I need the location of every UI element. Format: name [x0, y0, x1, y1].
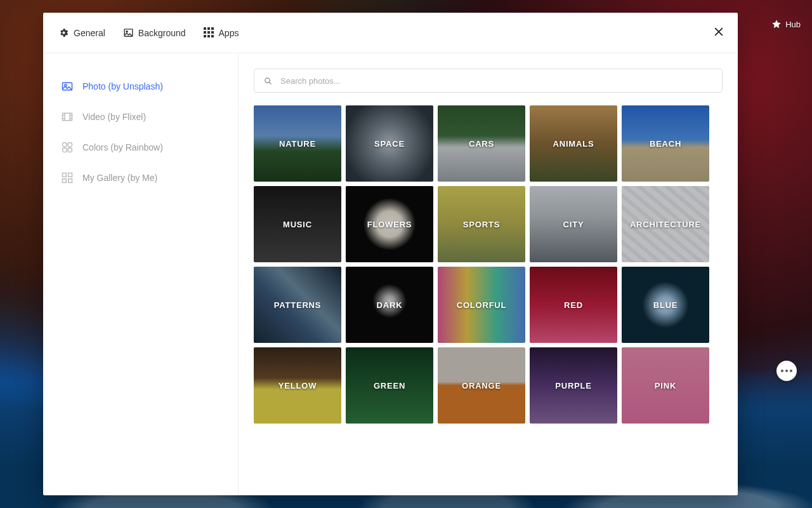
category-label: DARK: [377, 300, 403, 310]
tab-general[interactable]: General: [58, 27, 105, 38]
category-label: GREEN: [374, 381, 405, 391]
hub-label: Hub: [785, 20, 801, 29]
category-label: COLORFUL: [457, 300, 507, 310]
category-tile-city[interactable]: CITY: [530, 186, 617, 262]
category-tile-patterns[interactable]: PATTERNS: [254, 267, 341, 343]
search-field-wrapper[interactable]: [254, 69, 723, 93]
sidebar-item-video[interactable]: Video (by Flixel): [43, 102, 238, 132]
sidebar-item-colors[interactable]: Colors (by Rainbow): [43, 132, 238, 163]
category-tile-cars[interactable]: CARS: [438, 105, 525, 182]
category-tile-nature[interactable]: NATURE: [254, 105, 341, 182]
category-tile-orange[interactable]: ORANGE: [438, 347, 525, 424]
sidebar-item-label: My Gallery (by Me): [82, 173, 157, 183]
content-area: NATURESPACECARSANIMALSBEACHMUSICFLOWERSS…: [239, 53, 738, 495]
dots-icon: [781, 370, 783, 372]
modal-body: Photo (by Unsplash) Video (by Flixel) Co…: [43, 53, 738, 495]
svg-rect-4: [63, 113, 72, 121]
category-tile-pink[interactable]: PINK: [622, 347, 709, 424]
sidebar-item-label: Photo (by Unsplash): [82, 81, 163, 91]
category-tile-yellow[interactable]: YELLOW: [254, 347, 341, 424]
category-label: BEACH: [650, 139, 681, 149]
svg-rect-9: [63, 173, 67, 177]
category-label: NATURE: [279, 139, 316, 149]
category-label: CITY: [563, 220, 584, 229]
category-tile-red[interactable]: RED: [530, 267, 617, 343]
tab-bar: General Background Apps: [58, 27, 239, 38]
category-label: SPACE: [374, 139, 405, 149]
category-tile-green[interactable]: GREEN: [346, 347, 433, 424]
category-label: RED: [564, 300, 583, 310]
palette-icon: [61, 141, 74, 154]
svg-point-13: [265, 77, 270, 83]
star-icon: [771, 19, 782, 29]
tab-background[interactable]: Background: [123, 27, 186, 38]
category-label: SPORTS: [463, 220, 500, 229]
desktop-wallpaper: Hub General Background Apps: [0, 0, 812, 508]
category-tile-dark[interactable]: DARK: [346, 267, 433, 343]
category-grid: NATURESPACECARSANIMALSBEACHMUSICFLOWERSS…: [254, 105, 723, 424]
image-icon: [123, 27, 134, 38]
sidebar-item-label: Video (by Flixel): [82, 112, 146, 122]
tab-label: Apps: [219, 28, 239, 38]
category-label: ANIMALS: [553, 139, 594, 149]
settings-modal: General Background Apps Photo (by U: [43, 13, 738, 495]
gallery-icon: [61, 171, 74, 184]
category-tile-sports[interactable]: SPORTS: [438, 186, 525, 262]
hub-button[interactable]: Hub: [771, 19, 801, 29]
svg-rect-10: [69, 173, 72, 177]
svg-point-5: [63, 143, 67, 147]
category-tile-colorful[interactable]: COLORFUL: [438, 267, 525, 343]
svg-rect-12: [69, 179, 72, 183]
search-icon: [263, 76, 273, 86]
category-label: CARS: [469, 139, 494, 149]
category-tile-flowers[interactable]: FLOWERS: [346, 186, 433, 262]
apps-grid-icon: [204, 27, 214, 38]
category-tile-music[interactable]: MUSIC: [254, 186, 341, 262]
film-icon: [61, 110, 74, 123]
svg-rect-11: [63, 179, 67, 183]
tab-label: General: [74, 28, 105, 38]
close-button[interactable]: [712, 25, 725, 41]
sidebar: Photo (by Unsplash) Video (by Flixel) Co…: [43, 53, 239, 495]
category-tile-blue[interactable]: BLUE: [622, 267, 709, 343]
svg-point-8: [68, 148, 72, 152]
more-fab-button[interactable]: [776, 361, 797, 381]
sidebar-item-label: Colors (by Rainbow): [82, 142, 163, 152]
sidebar-item-gallery[interactable]: My Gallery (by Me): [43, 163, 238, 193]
svg-point-7: [63, 148, 67, 152]
close-icon: [712, 25, 725, 38]
category-label: PATTERNS: [274, 300, 322, 310]
category-tile-architecture[interactable]: ARCHITECTURE: [622, 186, 709, 262]
category-label: ARCHITECTURE: [630, 220, 701, 229]
category-label: YELLOW: [278, 381, 317, 391]
category-label: FLOWERS: [367, 220, 412, 229]
category-tile-purple[interactable]: PURPLE: [530, 347, 617, 424]
modal-header: General Background Apps: [43, 13, 738, 53]
category-tile-space[interactable]: SPACE: [346, 105, 433, 182]
photo-icon: [61, 80, 74, 93]
category-label: ORANGE: [462, 381, 501, 391]
search-input[interactable]: [280, 76, 713, 86]
svg-point-1: [126, 31, 128, 32]
category-label: PINK: [655, 381, 676, 391]
sidebar-item-photo[interactable]: Photo (by Unsplash): [43, 71, 238, 102]
tab-apps[interactable]: Apps: [204, 27, 239, 38]
category-tile-animals[interactable]: ANIMALS: [530, 105, 617, 182]
tab-label: Background: [138, 28, 186, 38]
gear-icon: [58, 27, 69, 38]
category-label: BLUE: [653, 300, 678, 310]
category-label: MUSIC: [283, 220, 312, 229]
svg-point-6: [68, 143, 72, 147]
category-tile-beach[interactable]: BEACH: [622, 105, 709, 182]
category-label: PURPLE: [555, 381, 592, 391]
